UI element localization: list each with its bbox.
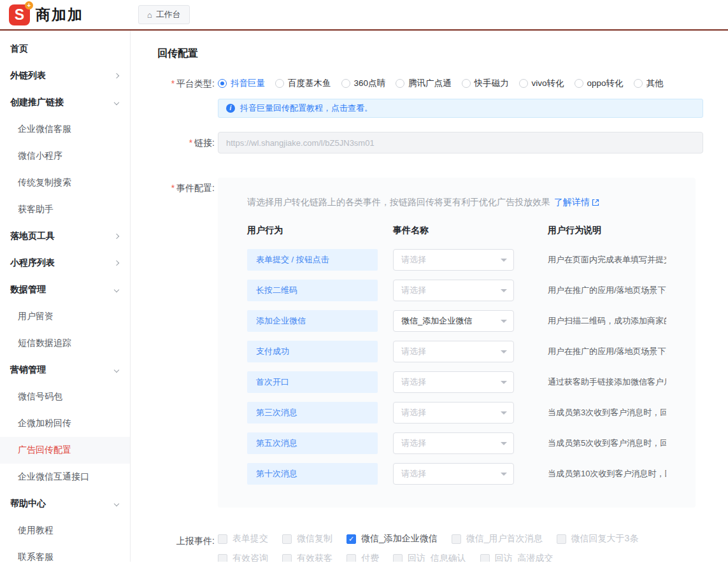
sidebar-item[interactable]: 外链列表 (0, 62, 130, 89)
caret-down-icon (501, 289, 507, 296)
behavior-button[interactable]: 表单提交 / 按钮点击 (247, 249, 378, 271)
event-select[interactable]: 微信_添加企业微信 (393, 310, 514, 332)
behavior-button[interactable]: 首次开口 (247, 371, 378, 393)
sidebar-item[interactable]: 微信小程序 (0, 143, 130, 169)
link-input[interactable] (218, 132, 703, 153)
report-checkbox[interactable]: 微信回复大于3条 (557, 533, 639, 545)
event-row: 第五次消息请选择当成员第5次收到客户消息时，回调此事... (247, 432, 666, 454)
event-select[interactable]: 请选择 (393, 463, 514, 485)
platform-radio[interactable]: 其他 (634, 78, 664, 89)
checkbox-label: 回访_高潜成交 (495, 553, 553, 562)
checkbox-icon (282, 534, 292, 544)
platform-radio[interactable]: vivo转化 (519, 78, 564, 89)
sidebar-item-label: 首页 (10, 43, 28, 55)
behavior-button[interactable]: 添加企业微信 (247, 310, 378, 332)
event-hint: 请选择用户转化链路上的各类事件，按链路回传将更有利于优化广告投放效果了解详情 (247, 197, 666, 208)
sidebar-item[interactable]: 短信数据追踪 (0, 330, 130, 357)
caret-down-icon (501, 320, 507, 326)
sidebar-item[interactable]: 小程序列表 (0, 250, 130, 276)
report-checkbox[interactable]: 表单提交 (218, 533, 268, 545)
sidebar-item-label: 数据管理 (10, 284, 46, 296)
event-select[interactable]: 请选择 (393, 341, 514, 362)
platform-radio[interactable]: 抖音巨量 (218, 78, 265, 89)
sidebar-item[interactable]: 数据管理 (0, 276, 130, 303)
platform-radio[interactable]: oppo转化 (575, 78, 624, 89)
checkbox-icon (480, 554, 490, 562)
report-checkbox[interactable]: 微信_用户首次消息 (452, 533, 543, 545)
sidebar-item[interactable]: 获客助手 (0, 196, 130, 223)
event-select[interactable]: 请选择 (393, 432, 514, 454)
events-label: *事件配置: (157, 178, 215, 508)
workspace-tab[interactable]: ⌂ 工作台 (138, 5, 190, 24)
radio-label: 腾讯广点通 (408, 78, 452, 89)
link-label: *链接: (157, 136, 215, 149)
event-select[interactable]: 请选择 (393, 249, 514, 271)
caret-down-icon (501, 411, 507, 418)
checkbox-icon (557, 534, 566, 544)
report-checkbox[interactable]: 有效获客 (282, 553, 332, 562)
behavior-button[interactable]: 长按二维码 (247, 280, 378, 301)
behavior-button[interactable]: 第五次消息 (247, 432, 378, 454)
sidebar-item-label: 传统复制搜索 (18, 177, 71, 189)
behavior-button[interactable]: 支付成功 (247, 341, 378, 362)
sidebar-item[interactable]: 广告回传配置 (0, 437, 130, 464)
sidebar-item[interactable]: 企业微信客服 (0, 116, 130, 143)
event-select-value: 请选择 (401, 285, 426, 296)
report-checkbox[interactable]: 付费 (346, 553, 379, 562)
platform-radio[interactable]: 百度基木鱼 (275, 78, 331, 89)
sidebar-item[interactable]: 创建推广链接 (0, 89, 130, 116)
sidebar-item[interactable]: 首页 (0, 36, 130, 62)
platform-label: *平台类型: (157, 77, 215, 90)
sidebar-item[interactable]: 用户留资 (0, 303, 130, 330)
report-checkbox[interactable]: 微信复制 (282, 533, 332, 545)
event-select-value: 请选择 (401, 407, 426, 418)
event-select[interactable]: 请选择 (393, 280, 514, 301)
behavior-description: 用户在推广的应用/落地页场景下发生的... (548, 285, 666, 296)
behavior-button[interactable]: 第十次消息 (247, 463, 378, 485)
sidebar-item[interactable]: 帮助中心 (0, 490, 130, 517)
sidebar-item[interactable]: 联系客服 (0, 544, 130, 562)
behavior-button[interactable]: 第三次消息 (247, 402, 378, 424)
radio-label: 百度基木鱼 (288, 78, 331, 89)
checkbox-label: 微信_添加企业微信 (361, 533, 438, 545)
sidebar-item[interactable]: 企业微信互通接口 (0, 464, 130, 490)
behavior-description: 当成员第10次收到客户消息时，回调此事... (548, 468, 666, 480)
event-select[interactable]: 请选择 (393, 371, 514, 393)
sidebar-item-label: 外链列表 (10, 70, 46, 82)
checkbox-icon (393, 554, 403, 562)
sidebar-item-label: 使用教程 (18, 525, 54, 536)
sidebar-item-label: 企微加粉回传 (18, 418, 71, 429)
required-asterisk: * (171, 183, 175, 193)
behavior-description: 用户在页面内完成表单填写并提交 (548, 254, 666, 266)
sidebar-item[interactable]: 微信号码包 (0, 383, 130, 410)
platform-radio[interactable]: 360点睛 (341, 78, 386, 89)
platform-radio[interactable]: 腾讯广点通 (396, 78, 452, 89)
learn-more-link[interactable]: 了解详情 (554, 197, 599, 208)
tutorial-link[interactable]: 抖音巨量回传配置教程，点击查看。 (240, 103, 373, 114)
event-select-value: 请选择 (401, 438, 426, 449)
sidebar-item-label: 微信小程序 (18, 150, 62, 162)
checkbox-icon (282, 554, 292, 562)
sidebar-item[interactable]: 营销管理 (0, 357, 130, 383)
page-title: 回传配置 (157, 47, 703, 61)
platform-radio[interactable]: 快手磁力 (462, 78, 509, 89)
report-checkbox[interactable]: ✓微信_添加企业微信 (346, 533, 438, 545)
report-checkbox[interactable]: 有效咨询 (218, 553, 268, 562)
event-row: 表单提交 / 按钮点击请选择用户在页面内完成表单填写并提交 (247, 249, 666, 271)
sidebar-item[interactable]: 使用教程 (0, 517, 130, 544)
checkbox-label: 有效获客 (297, 553, 332, 562)
sidebar-item[interactable]: 企微加粉回传 (0, 410, 130, 437)
platform-row: *平台类型: 抖音巨量百度基木鱼360点睛腾讯广点通快手磁力vivo转化oppo… (157, 77, 703, 90)
report-checkbox[interactable]: 回访_高潜成交 (480, 553, 553, 562)
external-link-icon (592, 199, 599, 206)
report-row: 上报事件: 表单提交微信复制✓微信_添加企业微信微信_用户首次消息微信回复大于3… (157, 533, 703, 562)
report-checkbox[interactable]: 回访_信息确认 (393, 553, 466, 562)
sidebar-item[interactable]: 落地页工具 (0, 223, 130, 250)
checkbox-row: 表单提交微信复制✓微信_添加企业微信微信_用户首次消息微信回复大于3条 (218, 533, 703, 545)
sidebar-item-label: 营销管理 (10, 364, 46, 376)
checkbox-label: 微信回复大于3条 (571, 533, 639, 545)
radio-icon (575, 79, 583, 88)
event-row: 首次开口请选择通过获客助手链接添加微信客户后，当微... (247, 371, 666, 393)
sidebar-item[interactable]: 传统复制搜索 (0, 169, 130, 196)
event-select[interactable]: 请选择 (393, 402, 514, 424)
